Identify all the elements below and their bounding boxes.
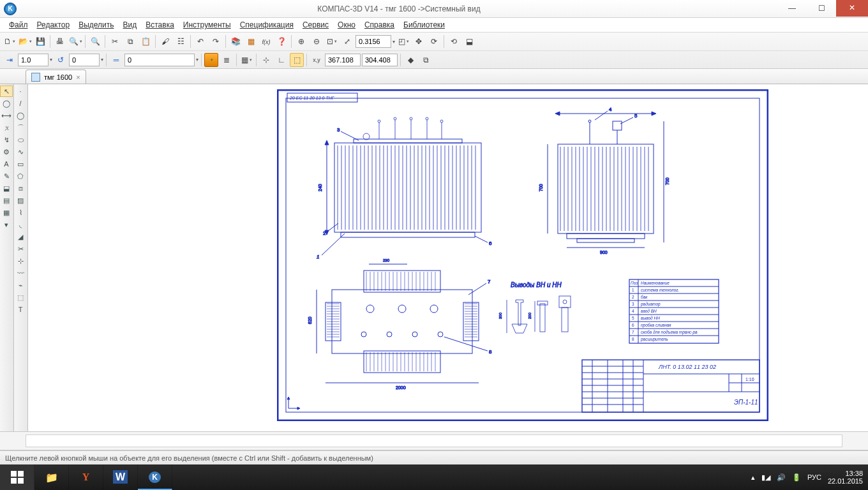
tool-geometry[interactable]: ◯ [0, 98, 13, 109]
tool-spec[interactable]: ▤ [0, 195, 13, 206]
menu-tools[interactable]: Инструменты [179, 19, 235, 31]
lt-wave[interactable]: 〰 [14, 267, 27, 279]
cut-button[interactable] [108, 34, 122, 48]
coord-x[interactable] [325, 54, 361, 66]
tray-lang[interactable]: РУС [807, 473, 821, 481]
lt-circle[interactable]: ◯ [14, 110, 27, 121]
new-button[interactable] [3, 34, 17, 48]
ortho-button[interactable] [274, 53, 288, 67]
zoom-fit-button[interactable] [340, 34, 354, 48]
minimize-button[interactable] [777, 1, 807, 15]
menu-select[interactable]: Выделить [75, 19, 117, 31]
pan-button[interactable] [412, 34, 426, 48]
start-button[interactable] [0, 464, 34, 490]
print-button[interactable] [53, 34, 67, 48]
tray-battery-icon[interactable]: 🔋 [792, 473, 801, 482]
tool-report[interactable]: ▦ [0, 207, 13, 218]
tool-text[interactable]: ꭗ [0, 122, 13, 133]
lt-trim[interactable]: ✂ [14, 243, 27, 255]
task-word[interactable] [103, 464, 138, 490]
help-button[interactable] [274, 34, 288, 48]
style-combo[interactable] [124, 54, 195, 66]
angle-input[interactable] [69, 54, 100, 66]
manager-button[interactable]: ▦ [244, 34, 258, 48]
tool-more[interactable]: ▾ [0, 219, 13, 230]
lt-arc[interactable]: ⌒ [14, 122, 27, 133]
coord-sys-button[interactable]: x,y [310, 53, 324, 67]
tool-param[interactable]: ⚙ [0, 146, 13, 158]
menu-edit[interactable]: Редактор [33, 19, 74, 31]
lt-offset[interactable]: ⧈ [14, 182, 27, 194]
close-button[interactable] [836, 0, 868, 17]
menu-file[interactable]: Файл [5, 19, 32, 31]
menu-service[interactable]: Сервис [299, 19, 333, 31]
window-orient-button[interactable]: ⬓ [462, 34, 476, 48]
snap-step-button[interactable]: ⇥ [3, 53, 17, 67]
tray-up-icon[interactable]: ▴ [751, 473, 755, 482]
tray-clock[interactable]: 13:38 22.01.2015 [828, 470, 863, 485]
layer-color-button[interactable] [204, 53, 218, 67]
zoom-out-button[interactable] [310, 34, 324, 48]
tool-rough[interactable]: ✎ [0, 170, 13, 182]
task-yandex[interactable] [69, 464, 103, 490]
save-button[interactable] [33, 34, 47, 48]
grid-button[interactable] [239, 53, 253, 67]
round-button[interactable]: ⬚ [290, 53, 304, 67]
doc-tab[interactable]: тмг 1600 × [26, 70, 86, 84]
tray-volume-icon[interactable]: 🔊 [777, 473, 786, 482]
lt-aux[interactable]: ⌇ [14, 207, 27, 218]
menu-view[interactable]: Вид [119, 19, 141, 31]
paste-button[interactable] [138, 34, 153, 48]
lt-chamfer[interactable]: ◢ [14, 231, 27, 242]
lt-ellipse[interactable]: ⬭ [14, 134, 27, 145]
refresh-button[interactable] [447, 34, 461, 48]
lt-text[interactable]: T [14, 304, 27, 315]
zoom-prev-button[interactable] [396, 34, 410, 48]
menu-help[interactable]: Справка [361, 19, 398, 31]
lt-block[interactable]: ⬚ [14, 292, 27, 303]
lt-rect[interactable]: ▭ [14, 158, 27, 170]
lt-break[interactable]: ⌁ [14, 279, 27, 291]
rotate-button[interactable] [427, 34, 441, 48]
redo-button[interactable] [209, 34, 223, 48]
task-explorer[interactable] [34, 464, 69, 490]
undo-button[interactable] [193, 34, 207, 48]
preview-button[interactable] [68, 34, 82, 48]
properties-button[interactable]: ☷ [174, 34, 188, 48]
library-button[interactable] [228, 34, 243, 48]
brush-button[interactable] [158, 34, 172, 48]
copy-button[interactable] [123, 34, 137, 48]
zoom-input[interactable] [355, 35, 391, 48]
angle-step-button[interactable]: ↺ [54, 53, 68, 67]
snap-manage-button[interactable]: ⧉ [419, 53, 433, 67]
menu-window[interactable]: Окно [334, 19, 359, 31]
menu-libs[interactable]: Библиотеки [400, 19, 449, 31]
line-style-button[interactable]: ═ [109, 53, 123, 67]
tool-edit[interactable]: ↯ [0, 134, 13, 145]
tab-close-icon[interactable]: × [76, 73, 80, 81]
zoom-window-button[interactable] [325, 34, 339, 48]
lt-line[interactable]: / [14, 98, 27, 109]
lt-spline[interactable]: ∿ [14, 146, 27, 158]
property-panel-inner[interactable] [26, 434, 842, 447]
tool-select[interactable]: ↖ [0, 85, 13, 97]
lt-fillet[interactable]: ◟ [14, 219, 27, 230]
layers-button[interactable] [220, 53, 234, 67]
coord-y[interactable] [362, 54, 398, 66]
lt-poly[interactable]: ⬠ [14, 170, 27, 182]
menu-insert[interactable]: Вставка [142, 19, 178, 31]
zoom-in-button[interactable] [294, 34, 308, 48]
menu-spec[interactable]: Спецификация [236, 19, 297, 31]
canvas[interactable]: 20 ЕС 11 20 13 0 ТНГ [28, 84, 868, 431]
tool-measure[interactable]: А [0, 158, 13, 170]
lt-1[interactable]: · [14, 85, 27, 97]
lt-axis[interactable]: ⊹ [14, 255, 27, 267]
snap-end-button[interactable]: ◆ [403, 53, 417, 67]
snap-point-button[interactable] [259, 53, 273, 67]
task-kompas[interactable] [138, 464, 172, 490]
variables-button[interactable] [259, 34, 273, 48]
lt-hatch[interactable]: ▨ [14, 195, 27, 206]
open-button[interactable] [18, 34, 32, 48]
tray-network-icon[interactable]: ▮◢ [761, 473, 770, 482]
maximize-button[interactable] [807, 1, 836, 15]
